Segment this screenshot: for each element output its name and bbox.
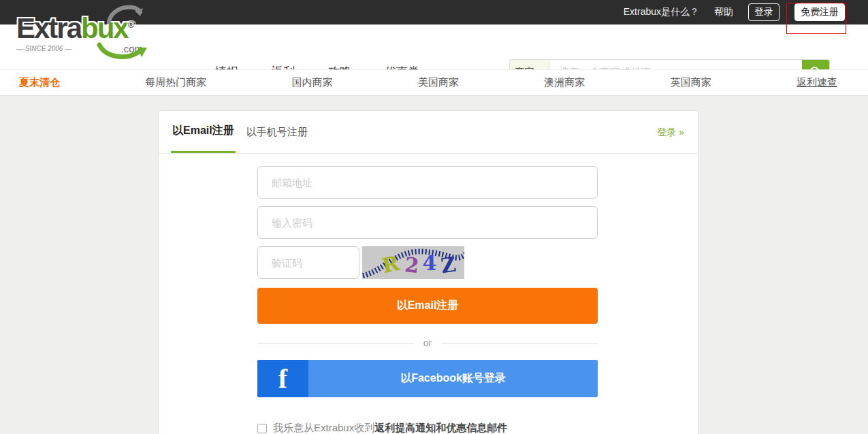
logo-since-text: — SINCE 2006 —	[16, 45, 71, 52]
facebook-f-glyph: f	[278, 365, 287, 393]
newsletter-checkbox[interactable]	[257, 424, 267, 433]
consent-text-normal: 我乐意从Extrabux收到	[273, 422, 374, 433]
facebook-login-label: 以Facebook账号登录	[308, 360, 598, 397]
newsletter-consent-label: 我乐意从Extrabux收到返利提高通知和优惠信息邮件	[273, 422, 507, 434]
divider-line	[441, 343, 598, 344]
subnav-item-us[interactable]: 美国商家	[418, 76, 459, 89]
password-field[interactable]	[257, 206, 598, 239]
email-register-button[interactable]: 以Email注册	[257, 288, 598, 324]
login-button[interactable]: 登录	[748, 3, 779, 21]
captcha-image[interactable]: R 2 4 Z	[362, 246, 464, 279]
free-register-button[interactable]: 免费注册	[794, 3, 845, 21]
subnav-item-weekly-hot[interactable]: 每周热门商家	[145, 76, 206, 89]
logo-text-extra: Extra	[16, 12, 81, 44]
or-divider: or	[257, 337, 598, 348]
email-field[interactable]	[257, 166, 598, 199]
or-label: or	[423, 337, 432, 348]
logo-swoosh-arrow-icon	[97, 42, 151, 60]
captcha-char-2: 2	[404, 252, 420, 278]
logo-swirl-arrow-icon	[105, 1, 146, 24]
facebook-icon: f	[257, 360, 308, 397]
facebook-login-button[interactable]: f 以Facebook账号登录	[257, 360, 598, 397]
secondary-nav: 夏末清仓 每周热门商家 国内商家 美国商家 澳洲商家 英国商家 返利速查	[0, 69, 868, 96]
tab-phone-register[interactable]: 以手机号注册	[245, 111, 309, 153]
subnav-item-au[interactable]: 澳洲商家	[544, 76, 585, 89]
subnav-item-domestic[interactable]: 国内商家	[292, 76, 333, 89]
register-tabs: 以Email注册 以手机号注册 登录 »	[159, 111, 698, 154]
what-is-extrabux-link[interactable]: Extrabux是什么？	[624, 6, 699, 18]
register-form: R 2 4 Z 以Email注册 or f 以Facebook账号登录 我乐意从…	[159, 154, 598, 434]
captcha-field[interactable]	[257, 246, 359, 279]
newsletter-consent-row: 我乐意从Extrabux收到返利提高通知和优惠信息邮件	[257, 422, 598, 434]
login-link[interactable]: 登录 »	[657, 111, 684, 154]
captcha-char-3: 4	[423, 251, 437, 275]
subnav-item-summer-clearance[interactable]: 夏末清仓	[19, 76, 60, 89]
subnav-item-uk[interactable]: 英国商家	[671, 76, 711, 89]
register-card: 以Email注册 以手机号注册 登录 » R 2 4 Z 以Email注册 or	[158, 110, 698, 434]
divider-line	[257, 343, 414, 344]
extrabux-logo[interactable]: Extrabux® — SINCE 2006 — .com	[16, 10, 152, 64]
consent-text-bold: 返利提高通知和优惠信息邮件	[374, 422, 507, 433]
subnav-item-cashback-lookup[interactable]: 返利速查	[797, 76, 837, 89]
captcha-row: R 2 4 Z	[257, 246, 598, 279]
tab-email-register[interactable]: 以Email注册	[171, 111, 236, 153]
help-link[interactable]: 帮助	[714, 6, 733, 18]
